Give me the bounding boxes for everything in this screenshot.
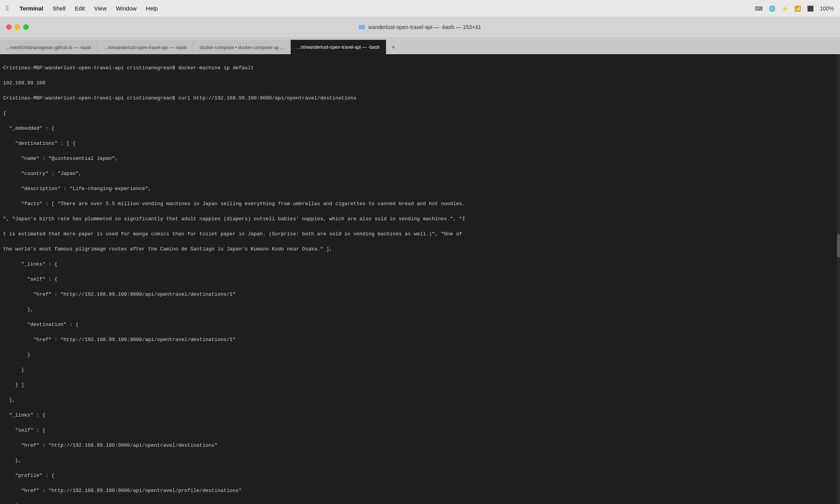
terminal-wrapper: Cristinas-MBP:wanderlust-open-travel-api… — [0, 54, 840, 504]
close-button[interactable] — [6, 24, 12, 30]
tab-1[interactable]: ...ment/cristinanegrean.github.io — -bas… — [0, 40, 98, 54]
terminal-line: "destinations" : [ { — [3, 140, 837, 147]
terminal-line: "facts" : [ "There are over 5.5 million … — [3, 200, 837, 208]
menu-window[interactable]: Window — [116, 5, 136, 12]
terminal-line: }, — [3, 306, 837, 314]
terminal-line: "href" : "http://192.168.99.100:9000/api… — [3, 291, 837, 298]
window-title: wanderlust-open-travel-api — -bash — 153… — [359, 24, 481, 30]
tabs-bar: ...ment/cristinanegrean.github.io — -bas… — [0, 37, 840, 54]
bluetooth-icon: ⚡ — [782, 5, 788, 12]
terminal-line: } ] — [3, 381, 837, 389]
menu-help[interactable]: Help — [146, 5, 158, 12]
terminal-line: "self" : { — [3, 427, 837, 434]
terminal-line: }, — [3, 502, 837, 504]
new-tab-button[interactable]: + — [386, 40, 400, 54]
fullscreen-button[interactable] — [23, 24, 29, 30]
terminal-line: "profile" : { — [3, 472, 837, 480]
menubar:  Terminal Shell Edit View Window Help ⌨… — [0, 0, 840, 17]
menubar-right: ⌨ 🌐 ⚡ 📶 ⬛ 100% — [755, 5, 834, 12]
terminal-line: Cristinas-MBP:wanderlust-open-travel-api… — [3, 94, 837, 102]
terminal-line: } — [3, 351, 837, 359]
terminal-line: { — [3, 110, 837, 117]
terminal-line: "description" : "Life-changing-experienc… — [3, 185, 837, 193]
terminal-line: Cristinas-MBP:wanderlust-open-travel-api… — [3, 64, 837, 72]
scrollbar-thumb[interactable] — [837, 234, 840, 257]
terminal-line: t is estimated that more paper is used f… — [3, 230, 837, 238]
terminal-line: "_embedded" : { — [3, 125, 837, 132]
menu-shell[interactable]: Shell — [53, 5, 65, 12]
terminal-line: }, — [3, 457, 837, 465]
terminal-line: "_links" : { — [3, 261, 837, 268]
terminal-line: "href" : "http://192.168.99.100:9000/api… — [3, 487, 837, 495]
scrollbar-track[interactable] — [837, 54, 840, 504]
tab-2[interactable]: ...nt/wanderlust-open-travel-api — -bash — [98, 40, 193, 54]
terminal-line: ", "Japan's birth rate has plummeted so … — [3, 215, 837, 223]
battery-level: 100% — [820, 5, 834, 12]
terminal-line: "destination" : { — [3, 321, 837, 329]
menu-terminal[interactable]: Terminal — [20, 5, 43, 12]
terminal-line: the world's most famous pilgrimage route… — [3, 245, 837, 253]
keyboard-icon: ⌨ — [755, 5, 763, 12]
network-icon: 🌐 — [769, 5, 775, 12]
tab-4[interactable]: ...nt/wanderlust-open-travel-api — -bash — [291, 39, 386, 54]
menu-view[interactable]: View — [94, 5, 106, 12]
terminal-line: "self" : { — [3, 276, 837, 283]
terminal-line: "href" : "http://192.168.99.100:9000/api… — [3, 442, 837, 449]
terminal-line: "name" : "Quintessential Japan", — [3, 155, 837, 163]
terminal[interactable]: Cristinas-MBP:wanderlust-open-travel-api… — [0, 54, 840, 504]
window-title-text: wanderlust-open-travel-api — -bash — 153… — [368, 24, 481, 30]
minimize-button[interactable] — [15, 24, 20, 30]
terminal-line: }, — [3, 396, 837, 404]
terminal-line: "country" : "Japan", — [3, 170, 837, 178]
folder-icon — [359, 25, 365, 29]
terminal-line: "href" : "http://192.168.99.100:9000/api… — [3, 336, 837, 344]
tab-3[interactable]: docker-compose • docker-compose up ... — [194, 40, 291, 54]
titlebar: wanderlust-open-travel-api — -bash — 153… — [0, 17, 840, 37]
terminal-line: "_links" : { — [3, 411, 837, 419]
wifi-icon: 📶 — [794, 5, 801, 12]
menu-edit[interactable]: Edit — [75, 5, 85, 12]
airplay-icon: ⬛ — [807, 5, 814, 12]
traffic-lights — [6, 24, 29, 30]
terminal-line: } — [3, 366, 837, 374]
apple-menu[interactable]:  — [6, 4, 9, 12]
terminal-line: 192.168.99.100 — [3, 79, 837, 87]
